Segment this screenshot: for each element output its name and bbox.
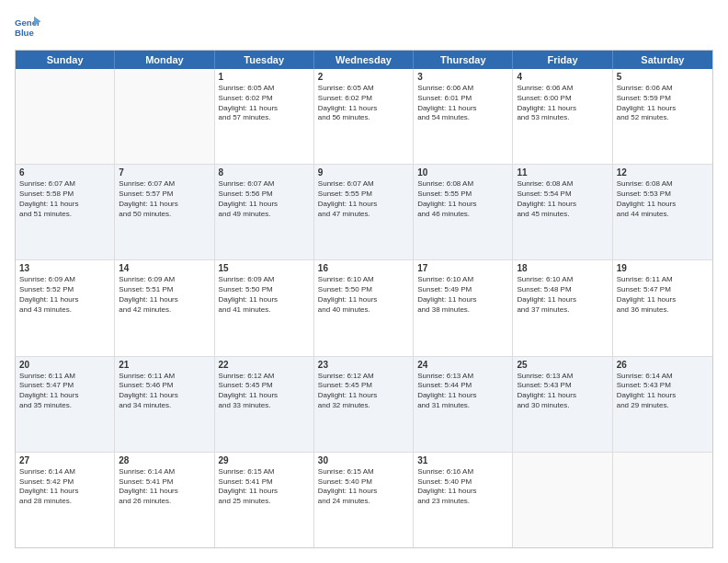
day-content: Sunrise: 6:14 AM Sunset: 5:43 PM Dayligh… (617, 372, 709, 411)
day-cell-24: 24Sunrise: 6:13 AM Sunset: 5:44 PM Dayli… (414, 357, 513, 452)
calendar: SundayMondayTuesdayWednesdayThursdayFrid… (15, 50, 713, 548)
day-cell-17: 17Sunrise: 6:10 AM Sunset: 5:49 PM Dayli… (414, 260, 513, 355)
day-number: 25 (517, 360, 608, 370)
day-number: 11 (517, 167, 608, 178)
day-cell-28: 28Sunrise: 6:14 AM Sunset: 5:41 PM Dayli… (115, 453, 214, 547)
day-number: 1 (219, 72, 310, 82)
day-cell-11: 11Sunrise: 6:08 AM Sunset: 5:54 PM Dayli… (513, 165, 612, 259)
day-cell-10: 10Sunrise: 6:08 AM Sunset: 5:55 PM Dayli… (414, 165, 513, 259)
day-content: Sunrise: 6:05 AM Sunset: 6:02 PM Dayligh… (219, 84, 310, 123)
day-content: Sunrise: 6:08 AM Sunset: 5:53 PM Dayligh… (617, 179, 709, 219)
day-number: 20 (19, 360, 110, 370)
day-cell-22: 22Sunrise: 6:12 AM Sunset: 5:45 PM Dayli… (215, 357, 314, 452)
empty-cell (16, 69, 115, 164)
day-number: 23 (318, 360, 409, 370)
day-header-monday: Monday (115, 51, 214, 69)
day-content: Sunrise: 6:09 AM Sunset: 5:50 PM Dayligh… (219, 275, 310, 315)
day-number: 22 (219, 360, 310, 370)
calendar-header: SundayMondayTuesdayWednesdayThursdayFrid… (16, 51, 712, 69)
day-content: Sunrise: 6:05 AM Sunset: 6:02 PM Dayligh… (318, 84, 409, 123)
day-header-tuesday: Tuesday (215, 51, 314, 69)
day-number: 31 (417, 455, 508, 465)
day-content: Sunrise: 6:11 AM Sunset: 5:47 PM Dayligh… (617, 275, 709, 315)
day-cell-21: 21Sunrise: 6:11 AM Sunset: 5:46 PM Dayli… (115, 357, 214, 452)
day-content: Sunrise: 6:13 AM Sunset: 5:43 PM Dayligh… (517, 372, 608, 411)
day-number: 21 (119, 360, 210, 370)
day-cell-26: 26Sunrise: 6:14 AM Sunset: 5:43 PM Dayli… (613, 357, 712, 452)
day-number: 12 (617, 167, 709, 178)
day-content: Sunrise: 6:11 AM Sunset: 5:46 PM Dayligh… (119, 372, 210, 411)
day-cell-16: 16Sunrise: 6:10 AM Sunset: 5:50 PM Dayli… (314, 260, 414, 355)
week-row-4: 20Sunrise: 6:11 AM Sunset: 5:47 PM Dayli… (16, 357, 712, 453)
header: GeneralBlue (15, 15, 713, 40)
day-content: Sunrise: 6:08 AM Sunset: 5:55 PM Dayligh… (417, 179, 508, 219)
day-cell-29: 29Sunrise: 6:15 AM Sunset: 5:41 PM Dayli… (215, 453, 314, 547)
day-number: 30 (318, 455, 409, 465)
svg-text:Blue: Blue (15, 28, 34, 38)
day-content: Sunrise: 6:07 AM Sunset: 5:57 PM Dayligh… (119, 179, 210, 219)
day-header-sunday: Sunday (16, 51, 115, 69)
logo-icon: GeneralBlue (15, 15, 40, 40)
day-number: 24 (417, 360, 508, 370)
empty-cell (613, 453, 712, 547)
day-number: 9 (318, 167, 409, 178)
day-number: 26 (617, 360, 709, 370)
day-cell-15: 15Sunrise: 6:09 AM Sunset: 5:50 PM Dayli… (215, 260, 314, 355)
day-content: Sunrise: 6:11 AM Sunset: 5:47 PM Dayligh… (19, 372, 110, 411)
day-number: 18 (517, 263, 608, 273)
day-cell-18: 18Sunrise: 6:10 AM Sunset: 5:48 PM Dayli… (513, 260, 612, 355)
day-number: 14 (119, 263, 210, 273)
day-content: Sunrise: 6:15 AM Sunset: 5:41 PM Dayligh… (219, 467, 310, 507)
day-content: Sunrise: 6:07 AM Sunset: 5:55 PM Dayligh… (318, 179, 409, 219)
day-content: Sunrise: 6:10 AM Sunset: 5:50 PM Dayligh… (318, 275, 409, 315)
day-content: Sunrise: 6:07 AM Sunset: 5:56 PM Dayligh… (219, 179, 310, 219)
day-number: 28 (119, 455, 210, 465)
page: GeneralBlue SundayMondayTuesdayWednesday… (0, 0, 728, 563)
day-cell-8: 8Sunrise: 6:07 AM Sunset: 5:56 PM Daylig… (215, 165, 314, 259)
day-number: 16 (318, 263, 409, 273)
day-content: Sunrise: 6:09 AM Sunset: 5:52 PM Dayligh… (19, 275, 110, 315)
day-cell-5: 5Sunrise: 6:06 AM Sunset: 5:59 PM Daylig… (613, 69, 712, 164)
day-cell-30: 30Sunrise: 6:15 AM Sunset: 5:40 PM Dayli… (314, 453, 414, 547)
day-number: 13 (19, 263, 110, 273)
day-number: 27 (19, 455, 110, 465)
day-content: Sunrise: 6:06 AM Sunset: 5:59 PM Dayligh… (617, 84, 709, 123)
day-cell-27: 27Sunrise: 6:14 AM Sunset: 5:42 PM Dayli… (16, 453, 115, 547)
day-cell-25: 25Sunrise: 6:13 AM Sunset: 5:43 PM Dayli… (513, 357, 612, 452)
week-row-5: 27Sunrise: 6:14 AM Sunset: 5:42 PM Dayli… (16, 453, 712, 547)
day-cell-14: 14Sunrise: 6:09 AM Sunset: 5:51 PM Dayli… (115, 260, 214, 355)
day-cell-4: 4Sunrise: 6:06 AM Sunset: 6:00 PM Daylig… (513, 69, 612, 164)
day-content: Sunrise: 6:14 AM Sunset: 5:41 PM Dayligh… (119, 467, 210, 507)
day-header-friday: Friday (513, 51, 612, 69)
day-number: 6 (19, 167, 110, 178)
day-number: 19 (617, 263, 709, 273)
day-header-wednesday: Wednesday (314, 51, 414, 69)
day-header-saturday: Saturday (613, 51, 712, 69)
day-content: Sunrise: 6:10 AM Sunset: 5:49 PM Dayligh… (417, 275, 508, 315)
day-number: 17 (417, 263, 508, 273)
day-content: Sunrise: 6:07 AM Sunset: 5:58 PM Dayligh… (19, 179, 110, 219)
day-cell-31: 31Sunrise: 6:16 AM Sunset: 5:40 PM Dayli… (414, 453, 513, 547)
day-content: Sunrise: 6:10 AM Sunset: 5:48 PM Dayligh… (517, 275, 608, 315)
day-number: 29 (219, 455, 310, 465)
day-content: Sunrise: 6:08 AM Sunset: 5:54 PM Dayligh… (517, 179, 608, 219)
day-cell-6: 6Sunrise: 6:07 AM Sunset: 5:58 PM Daylig… (16, 165, 115, 259)
empty-cell (115, 69, 214, 164)
day-content: Sunrise: 6:12 AM Sunset: 5:45 PM Dayligh… (219, 372, 310, 411)
day-content: Sunrise: 6:06 AM Sunset: 6:01 PM Dayligh… (417, 84, 508, 123)
week-row-1: 1Sunrise: 6:05 AM Sunset: 6:02 PM Daylig… (16, 69, 712, 165)
day-cell-13: 13Sunrise: 6:09 AM Sunset: 5:52 PM Dayli… (16, 260, 115, 355)
day-content: Sunrise: 6:12 AM Sunset: 5:45 PM Dayligh… (318, 372, 409, 411)
day-cell-19: 19Sunrise: 6:11 AM Sunset: 5:47 PM Dayli… (613, 260, 712, 355)
day-content: Sunrise: 6:14 AM Sunset: 5:42 PM Dayligh… (19, 467, 110, 507)
week-row-3: 13Sunrise: 6:09 AM Sunset: 5:52 PM Dayli… (16, 260, 712, 356)
day-content: Sunrise: 6:15 AM Sunset: 5:40 PM Dayligh… (318, 467, 409, 507)
day-content: Sunrise: 6:16 AM Sunset: 5:40 PM Dayligh… (417, 467, 508, 507)
day-cell-3: 3Sunrise: 6:06 AM Sunset: 6:01 PM Daylig… (414, 69, 513, 164)
day-number: 15 (219, 263, 310, 273)
day-cell-2: 2Sunrise: 6:05 AM Sunset: 6:02 PM Daylig… (314, 69, 414, 164)
day-cell-7: 7Sunrise: 6:07 AM Sunset: 5:57 PM Daylig… (115, 165, 214, 259)
day-cell-23: 23Sunrise: 6:12 AM Sunset: 5:45 PM Dayli… (314, 357, 414, 452)
day-header-thursday: Thursday (414, 51, 513, 69)
day-number: 7 (119, 167, 210, 178)
